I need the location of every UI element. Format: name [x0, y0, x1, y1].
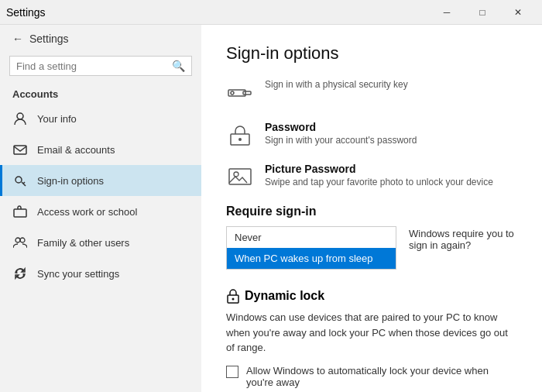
close-button[interactable]: ✕: [500, 0, 536, 25]
briefcase-icon: [12, 204, 28, 219]
svg-rect-11: [229, 169, 251, 184]
svg-point-4: [15, 238, 20, 242]
svg-rect-7: [243, 91, 251, 95]
dropdown-area[interactable]: Never When PC wakes up from sleep: [226, 226, 396, 270]
people-icon: [12, 235, 28, 250]
page-title: Sign-in options: [226, 43, 517, 64]
svg-point-12: [234, 172, 238, 177]
svg-point-8: [231, 91, 234, 95]
require-signin-row: Never When PC wakes up from sleep Window…: [226, 226, 517, 277]
option-text-picture-password: Picture Password Swipe and tap your favo…: [265, 163, 493, 187]
svg-point-0: [17, 113, 23, 119]
back-button[interactable]: ←: [12, 33, 23, 45]
email-icon: [12, 142, 28, 157]
require-signin-header: Require sign-in: [226, 205, 517, 218]
main-area: ← Settings 🔍 Accounts Your info: [0, 25, 542, 392]
svg-rect-3: [14, 209, 26, 217]
titlebar-left: Settings: [6, 6, 46, 19]
option-row-password: Password Sign in with your account's pas…: [226, 121, 517, 149]
sync-icon: [12, 266, 28, 281]
require-signin-desc: Windows require you to sign in again?: [409, 226, 517, 251]
sidebar-item-label: Email & accounts: [37, 144, 115, 156]
sidebar-item-label: Your info: [37, 113, 77, 125]
password-desc: Sign in with your account's password: [265, 135, 417, 146]
option-text-security-key: Sign in with a physical security key: [265, 79, 408, 90]
sidebar-item-label: Sign-in options: [37, 175, 104, 187]
picture-password-icon: [226, 163, 254, 191]
password-icon: [226, 121, 254, 149]
search-input[interactable]: [16, 60, 167, 72]
titlebar-title: Settings: [6, 6, 46, 19]
sidebar-app-title: Settings: [29, 33, 69, 45]
sidebar-item-label: Family & other users: [37, 237, 129, 249]
picture-password-title: Picture Password: [265, 163, 493, 175]
person-icon: [12, 111, 28, 126]
sidebar-item-sign-in-options[interactable]: Sign-in options: [0, 165, 201, 196]
svg-point-14: [232, 298, 235, 301]
dynamic-lock-desc: Windows can use devices that are paired …: [226, 310, 517, 356]
sidebar-item-access-work[interactable]: Access work or school: [0, 196, 201, 227]
checkbox-row-auto-lock: Allow Windows to automatically lock your…: [226, 365, 517, 388]
content-area: Sign-in options Sign in with a physical …: [201, 25, 542, 392]
option-row-security-key: Sign in with a physical security key: [226, 79, 517, 107]
auto-lock-checkbox[interactable]: [226, 366, 238, 378]
key-icon: [12, 173, 28, 188]
search-box: 🔍: [9, 56, 192, 76]
maximize-button[interactable]: □: [465, 0, 500, 25]
svg-point-2: [15, 177, 22, 183]
security-key-desc: Sign in with a physical security key: [265, 79, 408, 90]
svg-point-10: [238, 138, 242, 141]
svg-point-5: [20, 238, 25, 242]
dropdown-option-sleep[interactable]: When PC wakes up from sleep: [227, 248, 396, 269]
sidebar-nav-row: ← Settings: [0, 25, 201, 53]
dynamic-lock-label: Dynamic lock: [245, 289, 324, 303]
dropdown-option-never[interactable]: Never: [227, 227, 396, 248]
lock-icon: [226, 288, 240, 304]
sidebar-item-your-info[interactable]: Your info: [0, 103, 201, 134]
option-row-picture-password: Picture Password Swipe and tap your favo…: [226, 163, 517, 191]
dynamic-lock-title: Dynamic lock: [226, 288, 517, 304]
sidebar-section-label: Accounts: [0, 82, 201, 103]
password-title: Password: [265, 121, 417, 133]
titlebar-controls: ─ □ ✕: [429, 0, 536, 25]
sidebar-item-family-users[interactable]: Family & other users: [0, 227, 201, 258]
search-icon: 🔍: [172, 60, 185, 72]
picture-password-desc: Swipe and tap your favorite photo to unl…: [265, 177, 493, 187]
security-key-icon: [226, 79, 254, 107]
sidebar: ← Settings 🔍 Accounts Your info: [0, 25, 201, 392]
dropdown-box[interactable]: Never When PC wakes up from sleep: [226, 226, 396, 270]
svg-rect-1: [14, 146, 26, 154]
sidebar-item-email-accounts[interactable]: Email & accounts: [0, 134, 201, 165]
sidebar-item-label: Sync your settings: [37, 268, 119, 280]
titlebar: Settings ─ □ ✕: [0, 0, 542, 25]
auto-lock-checkbox-label: Allow Windows to automatically lock your…: [246, 365, 517, 388]
minimize-button[interactable]: ─: [429, 0, 465, 25]
option-text-password: Password Sign in with your account's pas…: [265, 121, 417, 146]
sidebar-item-sync-settings[interactable]: Sync your settings: [0, 258, 201, 289]
sidebar-item-label: Access work or school: [37, 206, 137, 218]
